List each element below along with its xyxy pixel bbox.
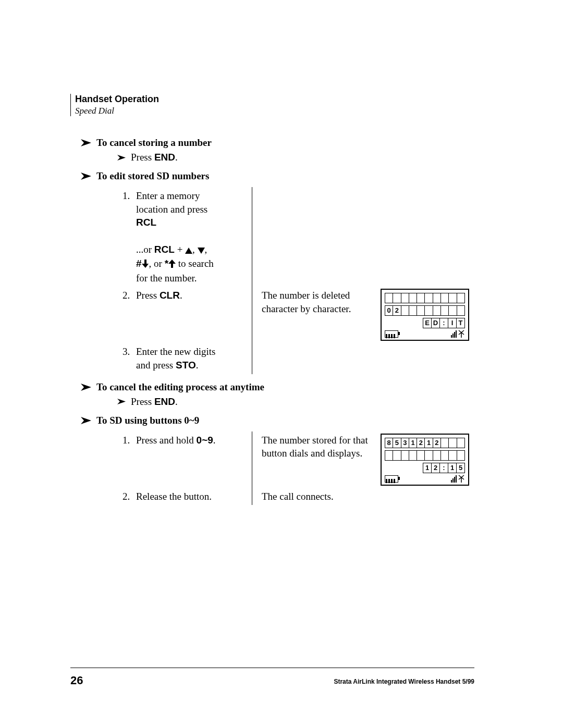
- lcd-display-edit: 0 2 E D : I: [381, 289, 469, 341]
- header-block: Handset Operation Speed Dial: [70, 94, 474, 116]
- column-divider: [252, 287, 252, 343]
- arrow-down-bold-icon: [142, 258, 149, 272]
- step-1-left: 1. Enter a memory location and press RCL…: [123, 187, 242, 287]
- step-2-left: 2. Press CLR.: [123, 287, 242, 343]
- arrowhead-icon: [81, 172, 91, 180]
- column-divider: [252, 187, 252, 287]
- substep-text: Press END.: [131, 396, 178, 408]
- step-2-left: 2. Release the button.: [123, 488, 242, 505]
- step-1-right: [381, 187, 474, 287]
- lcd-row-1: [385, 293, 465, 303]
- step-1-mid: [262, 187, 371, 287]
- signal-icon: [451, 475, 465, 483]
- lcd-row-1: 8 5 3 1 2 1 2: [385, 438, 465, 448]
- steps-table: 1. Enter a memory location and press RCL…: [123, 187, 474, 374]
- arrowhead-icon: [81, 139, 91, 146]
- svg-marker-2: [81, 172, 91, 180]
- step-2-mid: The call connects.: [262, 488, 371, 505]
- substep: Press END.: [117, 396, 474, 408]
- step-3-left: 3. Enter the new digits and press STO.: [123, 343, 242, 374]
- arrowhead-icon: [81, 384, 91, 391]
- svg-marker-4: [198, 248, 205, 254]
- section-title: To cancel storing a number: [81, 137, 474, 149]
- step-3-mid: [262, 343, 371, 374]
- battery-icon: [385, 330, 398, 338]
- section-title: To edit stored SD numbers: [81, 170, 474, 182]
- step-1-mid: The number stored for that button dials …: [262, 431, 371, 488]
- arrowhead-small-icon: [117, 155, 126, 161]
- lcd-row-3: E D : I T: [385, 318, 465, 328]
- header-title: Handset Operation: [75, 94, 474, 105]
- antenna-icon: [458, 475, 465, 483]
- svg-marker-7: [81, 417, 91, 424]
- step-1-right: 8 5 3 1 2 1 2: [381, 431, 474, 488]
- steps-table: 1. Press and hold 0~9. The number stored…: [123, 431, 474, 505]
- arrow-up-bold-icon: [168, 258, 176, 272]
- section-title-text: To cancel the editing process at anytime: [96, 381, 264, 393]
- lcd-row-2: [385, 450, 465, 461]
- antenna-icon: [458, 330, 465, 338]
- header-subtitle: Speed Dial: [75, 106, 474, 116]
- section-title-text: To SD using buttons 0~9: [96, 415, 199, 426]
- substep: Press END.: [117, 152, 474, 163]
- step-2-mid: The number is deleted character by chara…: [262, 287, 371, 343]
- svg-marker-0: [81, 139, 91, 146]
- lcd-row-2: 0 2: [385, 305, 465, 316]
- section-title-text: To edit stored SD numbers: [96, 170, 209, 182]
- page-number: 26: [70, 674, 83, 687]
- page: Handset Operation Speed Dial To cancel s…: [0, 0, 563, 728]
- battery-icon: [385, 475, 398, 483]
- section-cancel-editing: To cancel the editing process at anytime…: [81, 381, 474, 408]
- section-sd-buttons: To SD using buttons 0~9 1. Press and hol…: [81, 415, 474, 505]
- triangle-up-icon: [185, 244, 192, 257]
- step-2-right: 0 2 E D : I: [381, 287, 474, 343]
- section-cancel-storing: To cancel storing a number Press END.: [81, 137, 474, 163]
- step-3-right: [381, 343, 474, 374]
- section-title: To cancel the editing process at anytime: [81, 381, 474, 393]
- column-divider: [252, 343, 252, 374]
- column-divider: [252, 431, 252, 488]
- arrowhead-small-icon: [117, 399, 126, 404]
- step-2-right: [381, 488, 474, 505]
- section-title: To SD using buttons 0~9: [81, 415, 474, 426]
- lcd-status-bar: [385, 330, 465, 338]
- svg-marker-1: [117, 155, 126, 161]
- svg-marker-3: [185, 248, 192, 254]
- footer-rule: [70, 668, 474, 668]
- lcd-display-dial: 8 5 3 1 2 1 2: [381, 434, 469, 486]
- lcd-row-3: 1 2 : 1 5: [385, 463, 465, 473]
- arrowhead-icon: [81, 417, 91, 424]
- lcd-status-bar: [385, 475, 465, 483]
- step-1-left: 1. Press and hold 0~9.: [123, 431, 242, 488]
- substep-text: Press END.: [131, 152, 178, 163]
- triangle-down-icon: [198, 244, 205, 257]
- section-title-text: To cancel storing a number: [96, 137, 212, 149]
- svg-marker-5: [81, 384, 91, 391]
- svg-marker-6: [117, 399, 126, 404]
- footer-text: Strata AirLink Integrated Wireless Hands…: [334, 678, 474, 685]
- section-edit-stored: To edit stored SD numbers 1. Enter a mem…: [81, 170, 474, 374]
- column-divider: [252, 488, 252, 505]
- signal-icon: [451, 330, 465, 338]
